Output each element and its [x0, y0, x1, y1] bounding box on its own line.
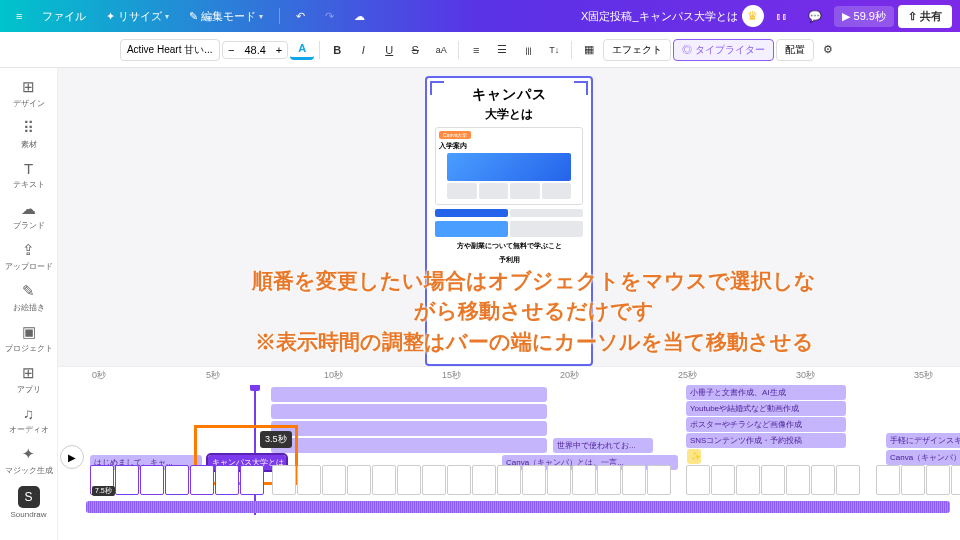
timeline-ruler: 0秒 5秒 10秒 15秒 20秒 25秒 30秒 35秒	[86, 367, 960, 385]
text-color-button[interactable]: A	[290, 40, 314, 60]
sidebar-item-projects[interactable]: ▣プロジェクト	[0, 319, 57, 358]
track-clip[interactable]: 手軽にデザインスキルを...	[886, 433, 960, 448]
animate-button[interactable]: ◎ タイプライター	[673, 39, 774, 61]
track-clip[interactable]: 小冊子と文書作成、AI生成	[686, 385, 846, 400]
share-button[interactable]: ⇧ 共有	[898, 5, 952, 28]
track-clip[interactable]	[271, 421, 547, 436]
page-preview[interactable]: キャンパス 大学とは Canva大学 入学案内 方や副業について無料で学ぶこと …	[425, 76, 593, 366]
track-clip[interactable]: ✨	[687, 449, 701, 464]
sidebar-item-text[interactable]: Tテキスト	[0, 156, 57, 194]
sidebar-item-soundraw[interactable]: SSoundraw	[0, 482, 57, 523]
effects-button[interactable]: エフェクト	[603, 39, 671, 61]
track-clip[interactable]	[271, 404, 547, 419]
resize-menu[interactable]: ✦ リサイズ ▾	[98, 5, 177, 28]
magic-icon: ✦	[22, 445, 35, 463]
projects-icon: ▣	[22, 323, 36, 341]
track-clip[interactable]	[271, 438, 547, 453]
upload-icon: ⇪	[22, 241, 35, 259]
apps-icon: ⊞	[22, 364, 35, 382]
position-button[interactable]: 配置	[776, 39, 814, 61]
italic-button[interactable]: I	[351, 38, 375, 62]
strikethrough-button[interactable]: S	[403, 38, 427, 62]
file-menu[interactable]: ファイル	[34, 5, 94, 28]
font-size-value[interactable]: 48.4	[239, 42, 270, 58]
document-title[interactable]: X固定投稿_キャンパス大学とは	[581, 9, 737, 24]
track-clip[interactable]: 世界中で使われてお...	[553, 438, 653, 453]
track-clip[interactable]: ポスターやチラシなど画像作成	[686, 417, 846, 432]
bold-button[interactable]: B	[325, 38, 349, 62]
align-button[interactable]: ≡	[464, 38, 488, 62]
redo-button[interactable]: ↷	[317, 6, 342, 27]
transparency-button[interactable]: ▦	[577, 38, 601, 62]
canvas-stage[interactable]: キャンパス 大学とは Canva大学 入学案内 方や副業について無料で学ぶこと …	[58, 68, 960, 366]
preview-title-2: 大学とは	[427, 106, 591, 123]
spacing-button[interactable]: ⫼	[516, 38, 540, 62]
scene-thumbnails[interactable]	[272, 465, 671, 495]
design-icon: ⊞	[22, 78, 35, 96]
left-sidebar: ⊞デザイン ⠿素材 Tテキスト ☁ブランド ⇪アップロード ✎お絵描き ▣プロジ…	[0, 68, 58, 540]
analytics-button[interactable]: ⫾⫾	[768, 6, 796, 26]
scene-thumbnails[interactable]	[686, 465, 860, 495]
menu-button[interactable]: ≡	[8, 6, 30, 26]
duration-tooltip: 3.5秒	[260, 431, 292, 448]
elements-icon: ⠿	[23, 119, 34, 137]
text-icon: T	[24, 160, 33, 177]
preview-title: キャンパス	[427, 78, 591, 106]
scene-thumbnails[interactable]	[876, 465, 960, 495]
undo-button[interactable]: ↶	[288, 6, 313, 27]
list-button[interactable]: ☰	[490, 38, 514, 62]
track-clip[interactable]	[271, 387, 547, 402]
case-button[interactable]: aA	[429, 38, 453, 62]
font-size-decrease[interactable]: −	[223, 42, 239, 58]
comment-button[interactable]: 💬	[800, 6, 830, 27]
font-selector[interactable]: Active Heart 甘い...	[120, 39, 220, 61]
crown-icon[interactable]: ♛	[742, 5, 764, 27]
sidebar-item-design[interactable]: ⊞デザイン	[0, 74, 57, 113]
timeline-tracks[interactable]: 小冊子と文書作成、AI生成 Youtubeや結婚式など動画作成 ポスターやチラシ…	[86, 385, 960, 515]
cloud-sync-icon[interactable]: ☁	[346, 6, 373, 27]
sidebar-item-upload[interactable]: ⇪アップロード	[0, 237, 57, 276]
font-size-stepper[interactable]: − 48.4 +	[222, 41, 288, 59]
more-options-button[interactable]: ⚙	[816, 38, 840, 62]
timeline[interactable]: ▶ 0秒 5秒 10秒 15秒 20秒 25秒 30秒 35秒 小冊子と文書作成…	[58, 366, 960, 540]
play-button[interactable]: ▶ 59.9秒	[834, 6, 894, 27]
sidebar-item-audio[interactable]: ♫オーディオ	[0, 401, 57, 439]
timeline-play-button[interactable]: ▶	[60, 445, 84, 469]
track-clip[interactable]: SNSコンテンツ作成・予約投稿	[686, 433, 846, 448]
edit-mode-menu[interactable]: ✎ 編集モード ▾	[181, 5, 271, 28]
vertical-text-button[interactable]: T↓	[542, 38, 566, 62]
draw-icon: ✎	[22, 282, 35, 300]
scene-thumbnails[interactable]: 7.5秒	[90, 465, 264, 495]
sidebar-item-magic[interactable]: ✦マジック生成	[0, 441, 57, 480]
audio-icon: ♫	[23, 405, 34, 422]
playhead[interactable]	[254, 385, 256, 515]
brand-icon: ☁	[21, 200, 36, 218]
top-bar: ≡ ファイル ✦ リサイズ ▾ ✎ 編集モード ▾ ↶ ↷ ☁ X固定投稿_キャ…	[0, 0, 960, 32]
track-clip[interactable]: Canva（キャンバ）のスキルを...	[886, 450, 960, 465]
underline-button[interactable]: U	[377, 38, 401, 62]
audio-track[interactable]	[86, 501, 950, 513]
sidebar-item-elements[interactable]: ⠿素材	[0, 115, 57, 154]
soundraw-icon: S	[18, 486, 40, 508]
sidebar-item-draw[interactable]: ✎お絵描き	[0, 278, 57, 317]
sidebar-item-apps[interactable]: ⊞アプリ	[0, 360, 57, 399]
track-clip[interactable]: Youtubeや結婚式など動画作成	[686, 401, 846, 416]
text-toolbar: Active Heart 甘い... − 48.4 + A B I U S aA…	[0, 32, 960, 68]
sidebar-item-brand[interactable]: ☁ブランド	[0, 196, 57, 235]
font-size-increase[interactable]: +	[271, 42, 287, 58]
